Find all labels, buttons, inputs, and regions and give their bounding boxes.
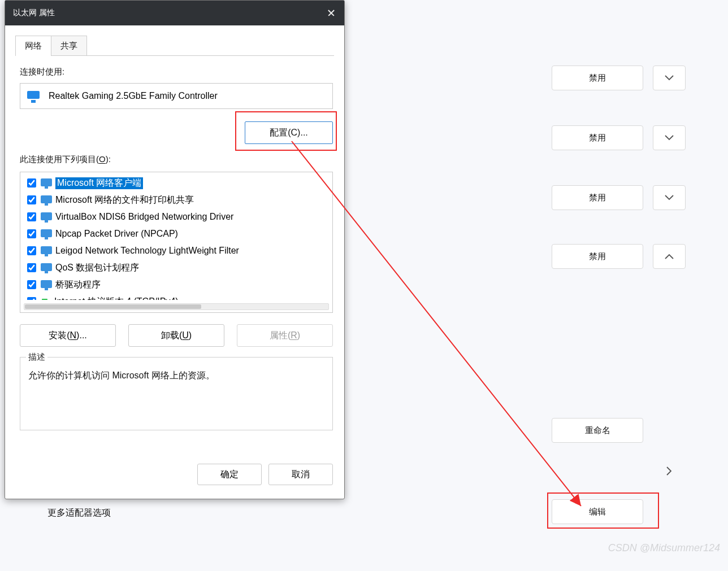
network-item-label: Leigod Network Technology LightWeight Fi… [55,246,239,256]
disable-button-1-label: 禁用 [589,73,606,84]
rename-button[interactable]: 重命名 [552,418,643,443]
properties-button: 属性(R) [237,324,333,347]
close-icon [327,9,335,17]
network-service-icon [41,229,52,239]
configure-button[interactable]: 配置(C)... [245,121,333,144]
network-item-row[interactable]: Microsoft 网络客户端 [25,175,332,191]
description-fieldset: 描述 允许你的计算机访问 Microsoft 网络上的资源。 [20,357,333,430]
chevron-right-button[interactable] [653,459,686,483]
disable-button-3-label: 禁用 [589,193,606,203]
disable-button-4-label: 禁用 [589,251,606,262]
tab-bar: 网络 共享 [5,25,344,56]
disable-button-3[interactable]: 禁用 [552,185,643,210]
network-item-row[interactable]: Npcap Packet Driver (NPCAP) [25,225,332,242]
watermark: CSDN @Midsummer124 [608,542,720,554]
network-items-list: Microsoft 网络客户端Microsoft 网络的文件和打印机共享Virt… [20,172,333,313]
chevron-up-icon [665,254,674,259]
network-item-row[interactable]: Leigod Network Technology LightWeight Fi… [25,242,332,259]
expand-toggle-4[interactable] [653,244,686,269]
network-adapter-icon [27,91,40,101]
protocol-icon [42,299,47,300]
network-item-checkbox[interactable] [27,229,36,238]
network-item-label: Npcap Packet Driver (NPCAP) [55,229,178,239]
network-service-icon [41,178,52,188]
network-item-row[interactable]: VirtualBox NDIS6 Bridged Networking Driv… [25,208,332,225]
description-legend: 描述 [26,352,47,363]
connect-using-label: 连接时使用: [20,67,64,76]
edit-button[interactable]: 编辑 [552,499,643,524]
network-item-label: Internet 协议版本 4 (TCP/IPv4) [54,296,179,300]
network-item-checkbox[interactable] [27,212,36,221]
network-service-icon [41,212,52,222]
network-item-checkbox[interactable] [27,195,36,204]
disable-button-2-label: 禁用 [589,133,606,143]
close-button[interactable] [318,1,344,25]
network-item-label: Microsoft 网络的文件和打印机共享 [55,194,194,206]
network-service-icon [41,246,52,256]
ok-button[interactable]: 确定 [197,464,262,485]
network-item-row[interactable]: QoS 数据包计划程序 [25,259,332,276]
chevron-down-icon [665,135,674,141]
disable-button-2[interactable]: 禁用 [552,125,643,150]
cancel-button-label: 取消 [292,469,310,481]
uninstall-button-label: 卸载(U) [161,330,192,342]
disable-button-4[interactable]: 禁用 [552,244,643,269]
tab-sharing[interactable]: 共享 [51,36,87,56]
disable-button-1[interactable]: 禁用 [552,66,643,90]
items-label: 此连接使用下列项目(O): [20,154,333,165]
cancel-button[interactable]: 取消 [268,464,333,485]
dialog-body: 连接时使用: Realtek Gaming 2.5GbE Family Cont… [5,56,344,459]
install-button-label: 安装(N)... [49,330,87,342]
chevron-down-icon [665,195,674,200]
expand-toggle-3[interactable] [653,185,686,210]
edit-button-label: 编辑 [589,507,606,517]
ethernet-properties-dialog: 以太网 属性 网络 共享 连接时使用: Realtek Gaming 2.5Gb… [5,0,345,499]
network-item-label: QoS 数据包计划程序 [55,262,139,274]
tab-network[interactable]: 网络 [15,36,51,56]
network-item-checkbox[interactable] [27,178,36,188]
rename-button-label: 重命名 [585,425,610,436]
more-adapter-options-label: 更多适配器选项 [47,507,111,519]
horizontal-scrollbar[interactable] [24,303,329,310]
install-button[interactable]: 安装(N)... [20,324,116,347]
description-text: 允许你的计算机访问 Microsoft 网络上的资源。 [28,370,324,382]
uninstall-button[interactable]: 卸载(U) [128,324,224,347]
chevron-down-icon [665,75,674,81]
network-item-row[interactable]: 桥驱动程序 [25,276,332,293]
network-item-row[interactable]: Internet 协议版本 4 (TCP/IPv4) [25,293,332,300]
chevron-right-icon [666,467,672,476]
network-item-checkbox[interactable] [27,263,36,272]
network-service-icon [41,195,52,205]
network-service-icon [41,263,52,273]
configure-button-label: 配置(C)... [270,127,308,139]
dialog-footer: 确定 取消 [5,459,344,499]
network-item-checkbox[interactable] [27,297,36,300]
network-item-checkbox[interactable] [27,246,36,255]
dialog-title: 以太网 属性 [13,8,55,18]
network-item-label: 桥驱动程序 [55,279,101,291]
tab-sharing-label: 共享 [60,41,77,51]
expand-toggle-1[interactable] [653,66,686,90]
network-item-label: VirtualBox NDIS6 Bridged Networking Driv… [55,212,233,222]
network-service-icon [41,280,52,290]
properties-button-label: 属性(R) [270,330,300,342]
network-item-row[interactable]: Microsoft 网络的文件和打印机共享 [25,191,332,208]
adapter-box[interactable]: Realtek Gaming 2.5GbE Family Controller [20,83,333,109]
tab-network-label: 网络 [25,41,42,51]
expand-toggle-2[interactable] [653,125,686,150]
adapter-name: Realtek Gaming 2.5GbE Family Controller [49,91,218,101]
network-item-label: Microsoft 网络客户端 [55,177,143,189]
ok-button-label: 确定 [220,469,239,481]
dialog-titlebar: 以太网 属性 [5,1,344,25]
network-item-checkbox[interactable] [27,280,36,289]
